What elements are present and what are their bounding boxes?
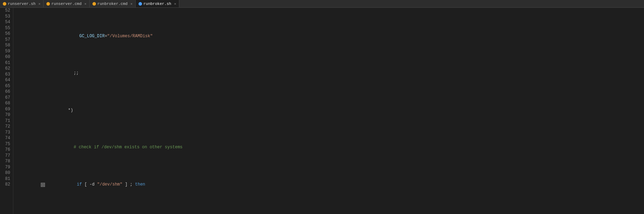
code-line-55: # check if /dev/shm exists on other syst… [17, 139, 644, 156]
tab-label-runbroker-sh: runbroker.sh [143, 2, 171, 6]
tab-icon-runserver-cmd [46, 2, 50, 6]
tab-runserver-sh[interactable]: runserver.sh ✕ [0, 0, 44, 7]
tab-bar: runserver.sh ✕ runserver.cmd ✕ runbroker… [0, 0, 644, 8]
tab-close-runbroker-cmd[interactable]: ✕ [130, 2, 133, 6]
tab-icon-runserver-sh [3, 2, 6, 6]
tab-close-runbroker-sh[interactable]: ✕ [174, 2, 176, 6]
code-line-54: *) [17, 102, 644, 119]
tab-runserver-cmd[interactable]: runserver.cmd ✕ [44, 0, 90, 7]
tab-label-runserver-cmd: runserver.cmd [51, 2, 82, 6]
code-line-53: ;; [17, 65, 644, 82]
tab-runbroker-sh[interactable]: runbroker.sh ✕ [136, 0, 179, 7]
tab-runbroker-cmd[interactable]: runbroker.cmd ✕ [90, 0, 136, 7]
line-numbers: 52 53 54 55 56 57 58 59 60 61 62 63 64 6… [0, 8, 13, 214]
tab-icon-runbroker-cmd [92, 2, 96, 6]
tab-label-runserver-sh: runserver.sh [8, 2, 36, 6]
fold-btn-56[interactable]: - [41, 183, 45, 187]
tab-close-runserver-cmd[interactable]: ✕ [84, 2, 86, 6]
tab-label-runbroker-cmd: runbroker.cmd [97, 2, 128, 6]
tab-close-runserver-sh[interactable]: ✕ [38, 2, 40, 6]
code-line-56: -if [ -d "/dev/shm" ] ; then [17, 176, 644, 193]
editor: 52 53 54 55 56 57 58 59 60 61 62 63 64 6… [0, 8, 644, 214]
code-line-52: GC_LOG_DIR="/Volumes/RAMDisk" [17, 27, 644, 45]
tab-icon-runbroker-sh [139, 2, 142, 6]
code-line-57: GC_LOG_DIR="/dev/shm" [17, 213, 644, 214]
code-area[interactable]: GC_LOG_DIR="/Volumes/RAMDisk" ;; *) # ch… [13, 8, 644, 214]
